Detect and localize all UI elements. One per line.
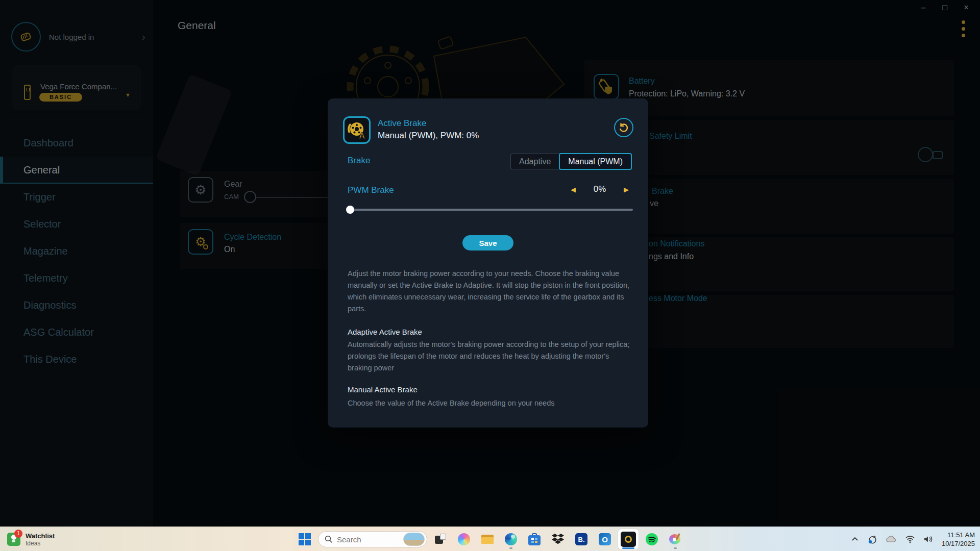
widget-title: Watchlist — [26, 532, 55, 540]
taskbar: 1 Watchlist Ideas — [0, 527, 980, 551]
file-explorer-icon — [477, 529, 498, 549]
wifi-icon[interactable] — [905, 535, 915, 543]
manual-description: Choose the value of the Active Brake dep… — [348, 397, 632, 409]
taskbar-icon-gate-control-station[interactable] — [618, 529, 639, 549]
dialog-subtitle: Manual (PWM), PWM: 0% — [378, 131, 479, 141]
taskbar-icon-dropbox[interactable] — [548, 529, 568, 549]
manual-heading: Manual Active Brake — [348, 385, 418, 394]
widgets-button[interactable]: 1 Watchlist Ideas — [4, 530, 58, 549]
pwm-stepper: ◀ 0% ▶ — [571, 184, 629, 194]
update-sync-icon[interactable] — [867, 534, 877, 544]
decrement-arrow-icon[interactable]: ◀ — [571, 186, 576, 193]
windows-logo-icon — [299, 533, 311, 545]
start-button[interactable] — [295, 529, 315, 549]
watchlist-widget-icon: 1 — [7, 533, 20, 546]
taskbar-icon-outlook[interactable]: O — [595, 529, 615, 549]
reset-icon — [618, 122, 629, 133]
spotify-icon — [646, 533, 658, 545]
segment-manual-pwm[interactable]: Manual (PWM) — [559, 153, 632, 170]
clock[interactable]: 11:51 AM 10/17/2025 — [942, 531, 975, 548]
reset-button[interactable] — [614, 118, 633, 137]
microsoft-store-icon — [528, 533, 541, 545]
widget-subtitle: Ideas — [26, 540, 55, 547]
brake-disc-icon: A — [346, 119, 368, 141]
taskbar-icon-edge[interactable] — [501, 529, 521, 549]
notification-badge: 1 — [14, 530, 22, 538]
task-view-icon — [435, 534, 446, 545]
taskbar-icon-booking[interactable]: B. — [571, 529, 592, 549]
taskbar-icon-file-explorer[interactable] — [477, 529, 498, 549]
outlook-icon: O — [599, 533, 611, 545]
copilot-icon — [458, 533, 470, 545]
screen: – □ × Not logged in › Vega Force Compan.… — [0, 0, 980, 551]
tray-date: 10/17/2025 — [942, 539, 975, 548]
adaptive-heading: Adaptive Active Brake — [348, 328, 422, 336]
taskbar-icon-copilot[interactable] — [454, 529, 474, 549]
description-text: Adjust the motor braking power according… — [348, 268, 632, 315]
taskbar-search[interactable] — [318, 531, 427, 547]
search-input[interactable] — [337, 535, 399, 544]
active-brake-dialog: A Active Brake Manual (PWM), PWM: 0% Bra… — [328, 98, 648, 428]
dropbox-icon — [552, 534, 564, 545]
pwm-brake-label: PWM Brake — [348, 185, 394, 195]
search-icon — [325, 535, 333, 543]
pwm-slider-track[interactable] — [348, 209, 633, 211]
booking-icon: B. — [575, 533, 587, 545]
active-brake-dialog-icon: A — [343, 116, 371, 144]
taskbar-icon-task-view[interactable] — [430, 529, 451, 549]
taskbar-icon-paint[interactable] — [665, 529, 685, 549]
segment-adaptive[interactable]: Adaptive — [510, 154, 559, 169]
adaptive-description: Automatically adjusts the motor's brakin… — [348, 339, 632, 374]
taskbar-icon-microsoft-store[interactable] — [524, 529, 545, 549]
pwm-value: 0% — [587, 184, 612, 194]
search-daily-image[interactable] — [403, 533, 425, 546]
increment-arrow-icon[interactable]: ▶ — [624, 186, 629, 193]
volume-icon[interactable] — [923, 535, 934, 543]
active-app-indicator — [622, 547, 634, 549]
svg-text:A: A — [359, 131, 365, 141]
paint-icon — [669, 533, 681, 545]
brake-mode-segmented-control: Adaptive Manual (PWM) — [510, 153, 632, 170]
onedrive-cloud-icon[interactable] — [886, 535, 897, 543]
brake-setting-label: Brake — [348, 156, 370, 166]
edge-icon — [505, 533, 517, 545]
save-button[interactable]: Save — [462, 235, 513, 251]
pwm-slider-thumb[interactable] — [346, 206, 354, 214]
taskbar-icon-spotify[interactable] — [642, 529, 662, 549]
tray-time: 11:51 AM — [942, 531, 975, 539]
tray-expand-chevron-icon[interactable] — [851, 535, 859, 543]
dialog-title: Active Brake — [378, 118, 426, 129]
gate-app-icon — [621, 532, 636, 547]
